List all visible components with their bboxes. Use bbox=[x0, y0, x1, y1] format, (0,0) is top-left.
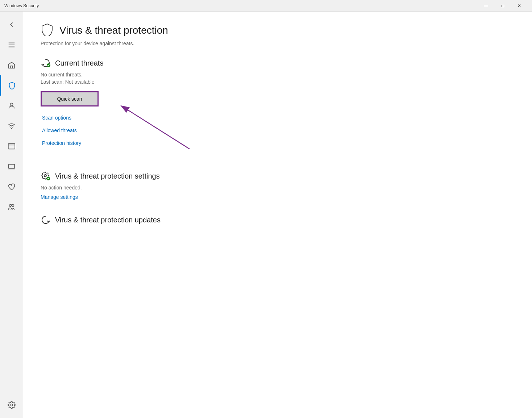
quick-scan-button[interactable]: Quick scan bbox=[41, 91, 99, 106]
settings-section-status: No action needed. bbox=[41, 185, 515, 191]
svg-point-16 bbox=[44, 175, 46, 177]
hamburger-button[interactable] bbox=[0, 35, 23, 55]
sidebar-item-family[interactable] bbox=[0, 197, 23, 217]
svg-rect-3 bbox=[11, 66, 13, 68]
maximize-button[interactable]: □ bbox=[494, 0, 511, 12]
current-threats-section: Current threats No current threats. Last… bbox=[41, 58, 515, 156]
scan-icon bbox=[41, 58, 51, 68]
page-header: Virus & threat protection bbox=[41, 23, 515, 38]
sidebar bbox=[0, 12, 23, 418]
sidebar-item-virus[interactable] bbox=[0, 75, 23, 96]
laptop-icon bbox=[8, 163, 16, 171]
annotation-area: Quick scan Scan options Allowed threats … bbox=[41, 91, 229, 156]
shield-icon bbox=[8, 81, 16, 89]
gear-icon bbox=[8, 401, 16, 409]
close-button[interactable]: ✕ bbox=[511, 0, 528, 12]
person-icon bbox=[8, 102, 16, 110]
settings-section-title: Virus & threat protection settings bbox=[55, 172, 160, 180]
main-content: Virus & threat protection Protection for… bbox=[23, 12, 532, 418]
sidebar-item-app[interactable] bbox=[0, 136, 23, 156]
sidebar-item-firewall[interactable] bbox=[0, 116, 23, 136]
sidebar-item-device[interactable] bbox=[0, 156, 23, 177]
settings-section: Virus & threat protection settings No ac… bbox=[41, 171, 515, 200]
wifi-icon bbox=[8, 122, 16, 130]
update-icon bbox=[41, 215, 51, 225]
current-threats-status2: Last scan: Not available bbox=[41, 79, 515, 85]
svg-line-15 bbox=[126, 109, 193, 149]
svg-point-11 bbox=[11, 204, 12, 206]
window-controls: — □ ✕ bbox=[478, 0, 528, 12]
svg-rect-8 bbox=[8, 164, 14, 168]
svg-point-12 bbox=[11, 404, 13, 406]
protection-history-link[interactable]: Protection history bbox=[42, 140, 81, 146]
back-button[interactable] bbox=[0, 14, 23, 35]
sidebar-item-account[interactable] bbox=[0, 96, 23, 116]
back-icon bbox=[8, 21, 16, 29]
app-body: Virus & threat protection Protection for… bbox=[0, 12, 532, 418]
svg-point-4 bbox=[10, 103, 13, 106]
page-header-icon bbox=[41, 23, 54, 38]
allowed-threats-link[interactable]: Allowed threats bbox=[42, 128, 77, 133]
scan-options-link[interactable]: Scan options bbox=[42, 115, 71, 121]
browser-icon bbox=[8, 142, 16, 150]
heart-icon bbox=[8, 183, 16, 191]
settings-section-header: Virus & threat protection settings bbox=[41, 171, 515, 181]
minimize-button[interactable]: — bbox=[478, 0, 494, 12]
sidebar-item-home[interactable] bbox=[0, 55, 23, 75]
settings-icon bbox=[41, 171, 51, 181]
current-threats-title: Current threats bbox=[55, 59, 103, 67]
current-threats-status1: No current threats. bbox=[41, 72, 515, 78]
shield-page-icon bbox=[41, 23, 54, 36]
svg-point-5 bbox=[11, 128, 12, 129]
page-subtitle: Protection for your device against threa… bbox=[41, 41, 515, 46]
manage-settings-link[interactable]: Manage settings bbox=[41, 194, 78, 200]
sidebar-item-settings[interactable] bbox=[0, 398, 23, 418]
updates-section: Virus & threat protection updates bbox=[41, 215, 515, 225]
updates-section-title: Virus & threat protection updates bbox=[55, 216, 161, 224]
title-bar: Windows Security — □ ✕ bbox=[0, 0, 532, 12]
svg-rect-6 bbox=[8, 144, 14, 149]
page-title: Virus & threat protection bbox=[59, 25, 168, 36]
sidebar-item-health[interactable] bbox=[0, 177, 23, 197]
window-title: Windows Security bbox=[4, 3, 39, 8]
updates-section-header: Virus & threat protection updates bbox=[41, 215, 515, 225]
current-threats-icon bbox=[41, 58, 51, 68]
current-threats-header: Current threats bbox=[41, 58, 515, 68]
hamburger-icon bbox=[8, 41, 16, 49]
home-icon bbox=[8, 61, 16, 69]
updates-section-icon bbox=[41, 215, 51, 225]
settings-section-icon bbox=[41, 171, 51, 181]
family-icon bbox=[8, 203, 16, 211]
